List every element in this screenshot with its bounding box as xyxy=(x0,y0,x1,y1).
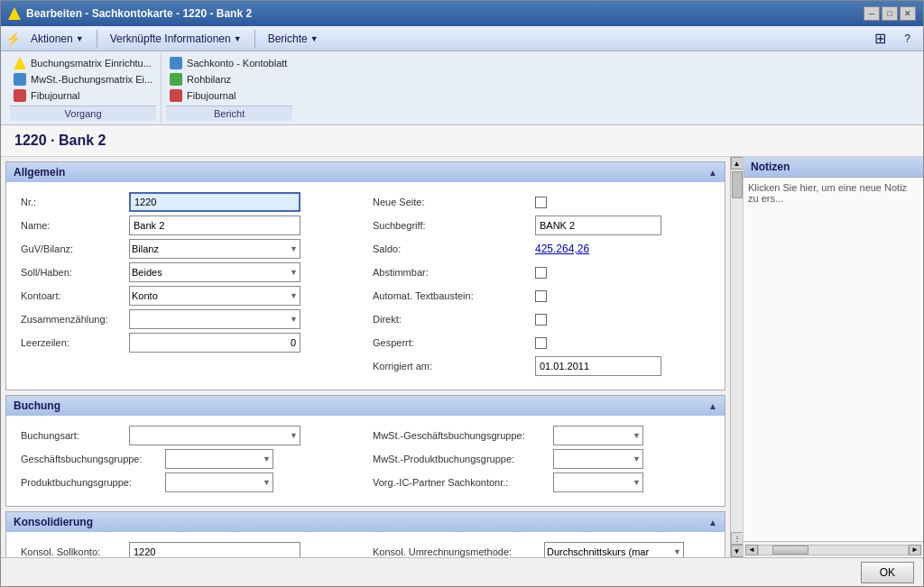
maximize-button[interactable]: □ xyxy=(882,6,898,21)
select-konsol-umr[interactable]: Durchschnittskurs (mar ▼ xyxy=(544,542,684,557)
buchung-collapse-icon: ▲ xyxy=(708,401,717,411)
lightning-icon: ⚡ xyxy=(5,32,21,46)
ok-button[interactable]: OK xyxy=(861,562,914,583)
main-panel: Allgemein ▲ Nr.: Name: xyxy=(1,157,730,557)
input-korrigiert[interactable] xyxy=(535,356,661,376)
scroll-down-btn[interactable]: ▼ xyxy=(731,545,744,557)
section-buchung-body: Buchungsart: ▼ Geschäftsbuchungsgruppe: xyxy=(6,416,725,506)
select-soll[interactable]: Beides ▼ xyxy=(129,262,300,282)
menu-verknupfte[interactable]: Verknüpfte Informationen ▼ xyxy=(102,29,250,49)
label-mwst-geschaeft: MwSt.-Geschäftsbuchungsgruppe: xyxy=(373,430,553,441)
scroll-handle[interactable]: ⋮ xyxy=(731,532,744,545)
menu-view[interactable]: ⊞ xyxy=(866,26,894,50)
buchung-right-col: MwSt.-Geschäftsbuchungsgruppe: ▼ MwSt.-P… xyxy=(365,423,717,499)
toolbar-btn-buchungsmatrix[interactable]: Buchungsmatrix Einrichtu... xyxy=(10,55,156,71)
scroll-thumb[interactable] xyxy=(732,171,743,198)
allgemein-right-col: Neue Seite: Suchbegriff: Saldo: 425.264,… xyxy=(365,189,717,382)
input-konsol-soll[interactable] xyxy=(129,542,300,557)
main-window: Bearbeiten - Sachkontokarte - 1220 - Ban… xyxy=(0,0,924,587)
select-guv[interactable]: Bilanz ▼ xyxy=(129,239,300,259)
row-saldo: Saldo: 425.264,26 xyxy=(373,239,710,259)
notizen-header: Notizen xyxy=(744,157,923,178)
select-geschaeft[interactable]: ▼ xyxy=(165,449,273,469)
toolbar-vorgang: Buchungsmatrix Einrichtu... MwSt.-Buchun… xyxy=(5,53,162,123)
konsolidierung-collapse-icon: ▲ xyxy=(708,518,717,527)
guv-arrow: ▼ xyxy=(290,244,298,253)
section-buchung-header[interactable]: Buchung ▲ xyxy=(6,396,725,416)
input-leerzeilen[interactable] xyxy=(129,333,300,353)
content-area: Allgemein ▲ Nr.: Name: xyxy=(1,157,923,557)
checkbox-automat[interactable] xyxy=(535,290,547,302)
kontoblatt-icon xyxy=(170,57,182,69)
mwst-produkt-arrow: ▼ xyxy=(633,454,641,463)
row-direkt: Direkt: xyxy=(373,309,710,329)
minimize-button[interactable]: ─ xyxy=(864,6,880,21)
row-konsol-soll: Konsol. Sollkonto: xyxy=(21,542,358,557)
row-leerzeilen: Leerzeilen: xyxy=(21,333,358,353)
select-buchungsart[interactable]: ▼ xyxy=(129,426,300,445)
label-automat: Automat. Textbaustein: xyxy=(373,290,535,301)
section-buchung: Buchung ▲ Buchungsart: ▼ xyxy=(5,395,725,507)
bericht-label: Bericht xyxy=(166,105,292,121)
checkbox-neue-seite[interactable] xyxy=(535,197,547,208)
checkbox-gesperrt[interactable] xyxy=(535,337,547,349)
fibujournal-icon xyxy=(14,89,26,102)
input-name[interactable] xyxy=(129,216,300,235)
label-suchbegriff: Suchbegriff: xyxy=(373,220,535,231)
side-panel-scrollbar: ◄ ► xyxy=(744,541,923,557)
select-zusammen[interactable]: ▼ xyxy=(129,309,300,329)
toolbar-btn-mwst[interactable]: MwSt.-Buchungsmatrix Ei... xyxy=(10,71,156,87)
toolbar-btn-rohbilanz[interactable]: Rohbilanz xyxy=(166,71,292,87)
section-konsolidierung: Konsolidierung ▲ Konsol. Sollkonto: xyxy=(5,511,725,557)
label-nr: Nr.: xyxy=(21,197,129,207)
mwst-geschaeft-arrow: ▼ xyxy=(633,431,641,440)
section-allgemein-header[interactable]: Allgemein ▲ xyxy=(6,162,725,182)
select-vorg[interactable]: ▼ xyxy=(553,472,643,492)
toolbar-btn-kontoblatt[interactable]: Sachkonto - Kontoblatt xyxy=(166,55,292,71)
label-abstimmbar: Abstimmbar: xyxy=(373,267,535,278)
input-suchbegriff[interactable] xyxy=(535,216,661,235)
notizen-body[interactable]: Klicken Sie hier, um eine neue Notiz zu … xyxy=(744,178,923,541)
select-produkt[interactable]: ▼ xyxy=(165,472,273,492)
row-mwst-produkt: MwSt.-Produktbuchungsgruppe: ▼ xyxy=(373,449,710,469)
row-gesperrt: Gesperrt: xyxy=(373,333,710,353)
menu-aktionen[interactable]: Aktionen ▼ xyxy=(23,29,92,49)
row-produkt: Produktbuchungsgruppe: ▼ xyxy=(21,472,358,492)
menu-help[interactable]: ? xyxy=(896,29,919,49)
checkbox-direkt[interactable] xyxy=(535,314,547,326)
scroll-up-btn[interactable]: ▲ xyxy=(731,157,744,170)
rohbilanz-icon xyxy=(170,73,182,86)
checkbox-abstimmbar[interactable] xyxy=(535,267,547,279)
label-geschaeft: Geschäftsbuchungsgruppe: xyxy=(21,454,165,464)
scroll-right-btn[interactable]: ► xyxy=(909,545,921,555)
saldo-value[interactable]: 425.264,26 xyxy=(535,243,589,255)
scrollbar-thumb[interactable] xyxy=(772,546,808,555)
main-scrollbar: ▲ ⋮ ▼ xyxy=(730,157,743,557)
close-button[interactable]: ✕ xyxy=(900,6,916,21)
label-produkt: Produktbuchungsgruppe: xyxy=(21,477,165,488)
section-konsolidierung-header[interactable]: Konsolidierung ▲ xyxy=(6,512,725,532)
label-konsol-soll: Konsol. Sollkonto: xyxy=(21,546,129,557)
label-soll: Soll/Haben: xyxy=(21,267,129,278)
label-vorg: Vorg.-IC-Partner Sachkontonr.: xyxy=(373,477,553,488)
section-allgemein: Allgemein ▲ Nr.: Name: xyxy=(5,161,725,390)
mwst-icon xyxy=(14,73,26,86)
allgemein-form-grid: Nr.: Name: GuV/Bilanz: Bilanz xyxy=(14,189,717,382)
input-nr[interactable] xyxy=(129,192,300,212)
label-kontoart: Kontoart: xyxy=(21,290,129,301)
notizen-placeholder: Klicken Sie hier, um eine neue Notiz zu … xyxy=(748,182,907,204)
aktionen-arrow: ▼ xyxy=(76,34,84,43)
menu-berichte[interactable]: Berichte ▼ xyxy=(260,29,327,49)
vorgang-label: Vorgang xyxy=(10,105,156,121)
select-mwst-produkt[interactable]: ▼ xyxy=(553,449,643,469)
row-geschaeft: Geschäftsbuchungsgruppe: ▼ xyxy=(21,449,358,469)
select-kontoart[interactable]: Konto ▼ xyxy=(129,286,300,306)
row-name: Name: xyxy=(21,216,358,235)
scroll-left-btn[interactable]: ◄ xyxy=(745,545,758,555)
konsol-umr-arrow: ▼ xyxy=(673,547,681,556)
label-konsol-umr: Konsol. Umrechnungsmethode: xyxy=(373,546,544,557)
toolbar-btn-fibujournal[interactable]: Fibujournal xyxy=(10,87,156,104)
toolbar-btn-fibujournal2[interactable]: Fibujournal xyxy=(166,87,292,104)
produkt-arrow: ▼ xyxy=(263,478,271,487)
select-mwst-geschaeft[interactable]: ▼ xyxy=(553,426,643,445)
